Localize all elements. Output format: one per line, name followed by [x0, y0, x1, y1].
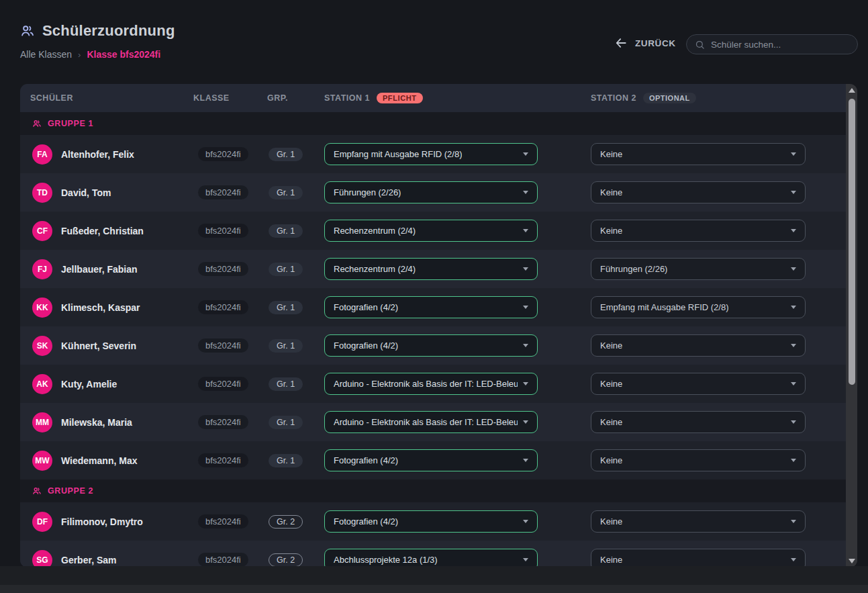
search-input[interactable] — [711, 40, 849, 50]
student-cell: TD David, Tom — [30, 183, 193, 203]
group-badge: Gr. 2 — [269, 515, 303, 529]
group-cell: Gr. 1 — [267, 377, 324, 391]
group-cell: Gr. 1 — [267, 148, 324, 161]
back-button[interactable]: ZURÜCK — [614, 36, 676, 50]
scrollbar-thumb[interactable] — [849, 99, 855, 385]
station1-cell: Arduino - Elektronik als Basis der IT: L… — [324, 411, 591, 433]
page-title: Schülerzuordnung — [42, 22, 175, 40]
breadcrumb: Alle Klassen › Klasse bfs2024fi — [20, 49, 160, 60]
search-icon — [695, 40, 705, 50]
station2-cell: Keine — [591, 220, 846, 242]
student-row: SK Kühnert, Severin bfs2024fi Gr. 1 Foto… — [20, 326, 846, 365]
student-row: DF Filimonov, Dmytro bfs2024fi Gr. 2 Fot… — [20, 502, 846, 541]
breadcrumb-all-classes[interactable]: Alle Klassen — [20, 49, 72, 60]
class-cell: bfs2024fi — [193, 453, 267, 467]
group-cell: Gr. 1 — [267, 186, 324, 199]
bottom-band — [0, 585, 868, 593]
station1-select[interactable]: Rechenzentrum (2/4) — [324, 258, 538, 280]
station1-cell: Rechenzentrum (2/4) — [324, 258, 591, 280]
class-cell: bfs2024fi — [193, 553, 267, 567]
station2-select[interactable]: Keine — [591, 181, 806, 203]
station1-select[interactable]: Fotografien (4/2) — [324, 510, 538, 533]
chevron-down-icon — [523, 459, 528, 462]
scrollbar-down-arrow[interactable] — [849, 559, 855, 563]
student-cell: SG Gerber, Sam — [30, 550, 193, 568]
station1-select[interactable]: Führungen (2/26) — [324, 181, 538, 203]
station2-select[interactable]: Keine — [591, 373, 806, 395]
bottom-fade — [0, 566, 868, 585]
student-cell: SK Kühnert, Severin — [30, 336, 193, 356]
group-badge: Gr. 1 — [269, 224, 303, 238]
page-header: Schülerzuordnung — [20, 22, 175, 40]
chevron-down-icon — [523, 229, 528, 232]
station1-select[interactable]: Fotografien (4/2) — [324, 334, 538, 357]
chevron-down-icon — [523, 191, 528, 194]
station2-select[interactable]: Keine — [591, 411, 806, 433]
student-row: TD David, Tom bfs2024fi Gr. 1 Führungen … — [20, 173, 846, 212]
chevron-down-icon — [523, 306, 528, 309]
group-header: GRUPPE 1 — [20, 112, 846, 135]
class-badge: bfs2024fi — [198, 415, 248, 429]
student-cell: KK Klimesch, Kaspar — [30, 298, 193, 318]
chevron-down-icon — [791, 344, 796, 347]
student-avatar: TD — [32, 183, 52, 203]
station1-select[interactable]: Empfang mit Ausgabe RFID (2/8) — [324, 143, 538, 165]
table-scrollbar[interactable] — [846, 84, 857, 567]
station2-cell: Empfang mit Ausgabe RFID (2/8) — [591, 296, 846, 318]
class-cell: bfs2024fi — [193, 415, 267, 429]
chevron-down-icon — [523, 558, 528, 561]
chevron-down-icon — [791, 191, 796, 194]
chevron-down-icon — [523, 520, 528, 523]
student-avatar: DF — [32, 512, 52, 532]
student-cell: FA Altenhofer, Felix — [30, 144, 193, 165]
station2-select[interactable]: Empfang mit Ausgabe RFID (2/8) — [591, 296, 806, 318]
student-name: Jellbauer, Fabian — [61, 264, 138, 275]
station2-select[interactable]: Keine — [591, 510, 806, 533]
chevron-down-icon — [791, 420, 796, 424]
station2-select[interactable]: Keine — [591, 334, 806, 357]
pflicht-badge: PFLICHT — [377, 93, 423, 103]
group-badge: Gr. 1 — [269, 301, 303, 314]
station1-select[interactable]: Rechenzentrum (2/4) — [324, 220, 538, 242]
column-header-class: KLASSE — [193, 93, 267, 103]
group-cell: Gr. 2 — [267, 515, 324, 529]
chevron-down-icon — [523, 152, 528, 156]
student-avatar: AK — [32, 374, 52, 394]
student-cell: MM Milewska, Maria — [30, 412, 193, 432]
column-header-station1: STATION 1 PFLICHT — [324, 93, 591, 103]
chevron-down-icon — [791, 459, 796, 462]
station2-select[interactable]: Keine — [591, 220, 806, 242]
back-arrow-icon — [614, 36, 628, 50]
station2-cell: Keine — [591, 510, 846, 533]
scrollbar-up-arrow[interactable] — [849, 88, 855, 93]
chevron-down-icon — [791, 152, 796, 156]
station1-select[interactable]: Arduino - Elektronik als Basis der IT: L… — [324, 411, 538, 433]
chevron-down-icon — [791, 520, 796, 523]
class-cell: bfs2024fi — [193, 185, 267, 199]
station1-select[interactable]: Fotografien (4/2) — [324, 296, 538, 318]
group-badge: Gr. 2 — [269, 553, 303, 567]
group-cell: Gr. 1 — [267, 301, 324, 314]
station1-cell: Fotografien (4/2) — [324, 334, 591, 357]
station1-cell: Empfang mit Ausgabe RFID (2/8) — [324, 143, 591, 165]
table-header-row: SCHÜLER KLASSE GRP. STATION 1 PFLICHT ST… — [20, 84, 846, 112]
station1-select[interactable]: Arduino - Elektronik als Basis der IT: L… — [324, 373, 538, 395]
class-badge: bfs2024fi — [198, 300, 248, 314]
student-cell: CF Fußeder, Christian — [30, 221, 193, 241]
station2-select[interactable]: Keine — [591, 143, 806, 165]
search-box — [686, 34, 858, 54]
station2-cell: Keine — [591, 373, 846, 395]
station2-select[interactable]: Keine — [591, 549, 806, 567]
station1-select[interactable]: Abchlussprojekte 12a (1/3) — [324, 549, 538, 567]
station2-select[interactable]: Führungen (2/26) — [591, 258, 806, 280]
station1-select[interactable]: Fotografien (4/2) — [324, 449, 538, 471]
back-button-label: ZURÜCK — [635, 38, 676, 48]
station1-cell: Arduino - Elektronik als Basis der IT: L… — [324, 373, 591, 395]
class-cell: bfs2024fi — [193, 224, 267, 238]
station2-cell: Keine — [591, 143, 846, 165]
station2-cell: Keine — [591, 181, 846, 203]
station2-cell: Keine — [591, 549, 846, 567]
group-users-icon — [32, 486, 42, 496]
student-avatar: SK — [32, 336, 52, 356]
station2-select[interactable]: Keine — [591, 449, 806, 471]
